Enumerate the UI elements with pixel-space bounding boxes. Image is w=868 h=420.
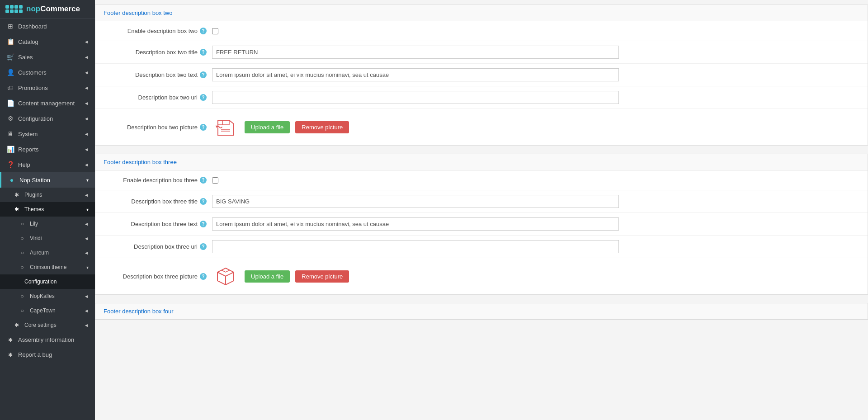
sales-icon: 🛒	[6, 53, 14, 61]
url-box-two-help-icon[interactable]: ?	[200, 94, 207, 101]
section-box-three-link[interactable]: Footer description box three	[104, 159, 177, 165]
sidebar-item-dashboard[interactable]: ⊞ Dashboard	[0, 19, 95, 34]
sidebar-item-plugins[interactable]: ✱ Plugins ◄	[0, 188, 95, 202]
sidebar-item-assembly-information[interactable]: ✱ Assembly information	[0, 332, 95, 347]
sidebar-item-label: Configuration	[18, 115, 53, 122]
sidebar-item-label: Catalog	[18, 38, 38, 45]
sidebar-item-crimson[interactable]: ○ Crimson theme ▾	[0, 260, 95, 274]
chevron-down-icon: ▾	[86, 178, 89, 183]
sidebar-item-themes[interactable]: ✱ Themes ▾	[0, 202, 95, 217]
customers-icon: 👤	[6, 69, 14, 76]
sidebar-item-aureum[interactable]: ○ Aureum ◄	[0, 245, 95, 260]
nopkalles-icon: ○	[18, 293, 26, 299]
sidebar-item-reports[interactable]: 📊 Reports ◄	[0, 142, 95, 157]
section-box-four-link[interactable]: Footer description box four	[104, 308, 174, 315]
title-box-three-help-icon[interactable]: ?	[200, 198, 207, 205]
sidebar-item-capetown[interactable]: ○ CapeTown ◄	[0, 303, 95, 318]
picture-box-three-row: Description box three picture ? Upload a…	[95, 258, 868, 294]
sidebar-item-core-settings[interactable]: ✱ Core settings ◄	[0, 318, 95, 332]
sidebar-item-catalog[interactable]: 📋 Catalog ◄	[0, 34, 95, 49]
url-box-two-input[interactable]	[212, 91, 619, 104]
picture-box-three-label: Description box three picture ?	[104, 273, 212, 280]
sidebar-item-label: Viridi	[30, 235, 42, 241]
url-box-three-help-icon[interactable]: ?	[200, 243, 207, 250]
configuration-icon: ⚙	[6, 115, 14, 122]
sidebar-item-sales[interactable]: 🛒 Sales ◄	[0, 49, 95, 65]
sidebar-item-customers[interactable]: 👤 Customers ◄	[0, 65, 95, 80]
text-box-three-help-icon[interactable]: ?	[200, 221, 207, 227]
title-box-two-input[interactable]	[212, 46, 619, 59]
chevron-left-icon: ◄	[84, 308, 89, 313]
title-box-two-row: Description box two title ?	[95, 41, 868, 64]
sidebar-item-viridi[interactable]: ○ Viridi ◄	[0, 231, 95, 245]
logo-dots	[5, 5, 23, 13]
text-box-two-input[interactable]	[212, 68, 619, 81]
enable-box-two-help-icon[interactable]: ?	[200, 28, 207, 34]
sidebar-item-nop-station[interactable]: ● Nop Station ▾	[0, 172, 95, 188]
sidebar-item-lily[interactable]: ○ Lily ◄	[0, 217, 95, 231]
section-box-two-link[interactable]: Footer description box two	[104, 9, 172, 16]
chevron-left-icon: ◄	[84, 250, 89, 255]
sidebar-item-system[interactable]: 🖥 System ◄	[0, 126, 95, 142]
assembly-icon: ✱	[6, 337, 14, 343]
logo-text: nopCommerce	[26, 5, 80, 14]
sidebar-item-label: Assembly information	[18, 336, 74, 343]
remove-box-three-button[interactable]: Remove picture	[295, 270, 349, 283]
enable-box-three-help-icon[interactable]: ?	[200, 177, 207, 184]
catalog-icon: 📋	[6, 38, 14, 45]
picture-box-two-preview	[212, 113, 239, 141]
text-box-three-input[interactable]	[212, 217, 619, 231]
url-box-three-input[interactable]	[212, 240, 619, 253]
text-box-two-help-icon[interactable]: ?	[200, 71, 207, 78]
title-box-three-input[interactable]	[212, 195, 619, 208]
crimson-icon: ○	[18, 264, 26, 270]
sidebar-item-configuration-sub[interactable]: Configuration	[0, 274, 95, 289]
picture-box-two-controls: Upload a file Remove picture	[212, 113, 349, 141]
themes-icon: ✱	[13, 206, 21, 212]
text-box-three-label: Description box three text ?	[104, 221, 212, 227]
title-box-two-help-icon[interactable]: ?	[200, 49, 207, 56]
sidebar: nopCommerce ⊞ Dashboard 📋 Catalog ◄ 🛒 Sa…	[0, 0, 95, 420]
sidebar-item-content[interactable]: 📄 Content management ◄	[0, 95, 95, 111]
content-icon: 📄	[6, 99, 14, 107]
reports-icon: 📊	[6, 146, 14, 153]
sidebar-item-label: System	[18, 131, 38, 137]
upload-box-three-button[interactable]: Upload a file	[245, 270, 290, 283]
main-content: Footer description box two Enable descri…	[95, 0, 868, 420]
section-box-two: Footer description box two Enable descri…	[95, 5, 868, 146]
upload-box-two-button[interactable]: Upload a file	[245, 121, 290, 133]
remove-box-two-button[interactable]: Remove picture	[295, 121, 349, 133]
enable-box-three-row: Enable description box three ?	[95, 170, 868, 190]
sidebar-item-label: Plugins	[24, 192, 42, 198]
url-box-two-label: Description box two url ?	[104, 94, 212, 101]
sidebar-item-report-bug[interactable]: ✱ Report a bug	[0, 347, 95, 362]
chevron-left-icon: ◄	[84, 55, 89, 60]
chevron-left-icon: ◄	[84, 116, 89, 121]
section-box-four-header: Footer description box four	[95, 303, 868, 320]
chevron-left-icon: ◄	[84, 101, 89, 106]
title-box-three-label: Description box three title ?	[104, 198, 212, 205]
picture-box-two-help-icon[interactable]: ?	[200, 124, 207, 131]
sidebar-item-label: Promotions	[18, 85, 48, 91]
text-box-three-row: Description box three text ?	[95, 213, 868, 236]
picture-box-two-row: Description box two picture ?	[95, 109, 868, 145]
sidebar-item-promotions[interactable]: 🏷 Promotions ◄	[0, 80, 95, 95]
sidebar-item-nopkalles[interactable]: ○ NopKalles ◄	[0, 289, 95, 303]
section-box-two-header: Footer description box two	[95, 5, 868, 21]
sidebar-item-label: Report a bug	[18, 351, 52, 358]
picture-box-three-help-icon[interactable]: ?	[200, 273, 207, 280]
plugins-icon: ✱	[13, 192, 21, 198]
section-box-three-header: Footer description box three	[95, 154, 868, 170]
viridi-icon: ○	[18, 235, 26, 241]
sidebar-item-label: Themes	[24, 206, 44, 212]
sidebar-item-label: Content management	[18, 100, 75, 107]
url-box-three-label: Description box three url ?	[104, 243, 212, 250]
system-icon: 🖥	[6, 130, 14, 137]
chevron-left-icon: ◄	[84, 147, 89, 152]
sidebar-item-configuration[interactable]: ⚙ Configuration ◄	[0, 111, 95, 126]
enable-box-two-checkbox[interactable]	[212, 28, 218, 34]
chevron-left-icon: ◄	[84, 193, 89, 198]
sidebar-item-help[interactable]: ❓ Help ◄	[0, 157, 95, 172]
enable-box-two-row: Enable description box two ?	[95, 21, 868, 41]
enable-box-three-checkbox[interactable]	[212, 177, 218, 184]
